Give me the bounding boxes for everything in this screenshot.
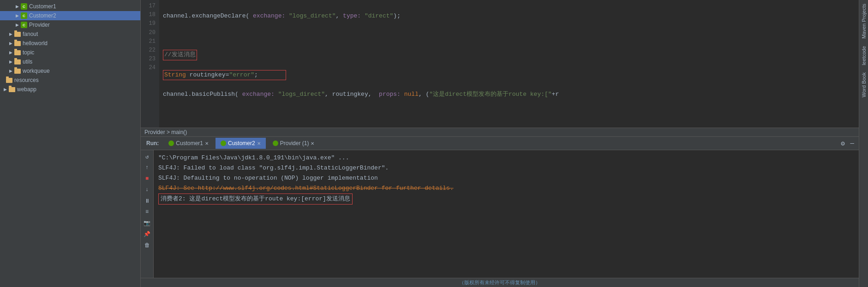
console-text: SLF4J: Failed to load class "org.slf4j.i… — [158, 163, 389, 173]
pin-button[interactable]: 📌 — [143, 229, 152, 239]
camera-button[interactable]: 📷 — [143, 218, 152, 228]
breadcrumb-bar: Provider > main() — [141, 128, 859, 136]
console-text-strikethrough: SLF4J: See http://www.slf4j.org/codes.ht… — [158, 183, 454, 193]
console-line-2: SLF4J: Failed to load class "org.slf4j.i… — [158, 163, 854, 173]
sidebar-item-label: webapp — [17, 86, 36, 93]
folder-icon — [14, 30, 21, 38]
arrow-icon: ▶ — [14, 3, 20, 10]
class-icon: C — [20, 3, 28, 10]
console-line-5: 消费者2: 这是direct模型发布的基于route key:[error]发送… — [158, 193, 854, 205]
minimize-icon[interactable]: — — [848, 140, 857, 147]
trash-button[interactable]: 🗑 — [143, 240, 152, 250]
arrow-icon: ▶ — [7, 49, 14, 56]
console-line-4: SLF4J: See http://www.slf4j.org/codes.ht… — [158, 183, 854, 193]
console-line-1: "C:\Program Files\Java\jdk1.8.0_191\bin\… — [158, 153, 854, 163]
sidebar-item-provider[interactable]: ▶ C Provider — [0, 20, 140, 29]
run-tabs: Run: Customer1 ✕ Customer2 ✕ Provider (1… — [141, 136, 859, 150]
tab-label: Customer1 — [176, 140, 203, 146]
console-text: 消费者2: 这是direct模型发布的基于route key:[error]发送… — [161, 195, 350, 202]
sidebar-item-workqueue[interactable]: ▶ workqueue — [0, 66, 140, 76]
leetcode-panel-label[interactable]: leetcode — [860, 42, 868, 69]
tab-customer1[interactable]: Customer1 ✕ — [163, 138, 214, 149]
console-text: "C:\Program Files\Java\jdk1.8.0_191\bin\… — [158, 153, 349, 163]
folder-icon — [6, 76, 13, 84]
line-numbers: 17 18 19 20 21 22 23 24 — [141, 0, 159, 128]
run-label: Run: — [143, 138, 162, 148]
sidebar-item-label: helloworld — [23, 40, 48, 47]
sidebar-item-label: fanout — [23, 31, 38, 37]
sidebar-item-utils[interactable]: ▶ utils — [0, 57, 140, 66]
right-panel: Maven Projects leetcode Word Book — [859, 0, 868, 287]
main-layout: ▶ C Customer1 ▶ C Customer2 ▶ C Provider… — [0, 0, 868, 287]
tab-run-icon — [221, 141, 226, 146]
class-icon: C — [20, 21, 28, 29]
folder-icon — [8, 86, 16, 93]
editor-area: 17 18 19 20 21 22 23 24 channel.exchange… — [141, 0, 859, 287]
tab-provider[interactable]: Provider (1) ✕ — [268, 138, 320, 149]
tab-label: Provider (1) — [280, 140, 309, 146]
console-line-3: SLF4J: Defaulting to no-operation (NOP) … — [158, 173, 854, 183]
word-book-panel-label[interactable]: Word Book — [860, 69, 868, 101]
sidebar-item-topic[interactable]: ▶ topic — [0, 48, 140, 57]
arrow-icon: ▶ — [7, 40, 14, 47]
scroll-down-button[interactable]: ↓ — [143, 185, 152, 194]
folder-icon — [14, 49, 21, 56]
console-highlighted: 消费者2: 这是direct模型发布的基于route key:[error]发送… — [158, 193, 353, 205]
code-editor: 17 18 19 20 21 22 23 24 channel.exchange… — [141, 0, 859, 128]
code-content: channel.exchangeDeclare( exchange: "logs… — [159, 0, 859, 128]
tab-run-icon — [273, 141, 278, 146]
arrow-icon: ▶ — [2, 86, 8, 93]
tab-customer2[interactable]: Customer2 ✕ — [216, 138, 266, 149]
arrow-icon: ▶ — [14, 22, 20, 28]
tab-close-icon[interactable]: ✕ — [205, 141, 209, 146]
tab-label: Customer2 — [228, 140, 255, 146]
sidebar-item-fanout[interactable]: ▶ fanout — [0, 29, 140, 39]
sidebar-item-customer1[interactable]: ▶ C Customer1 — [0, 2, 140, 11]
stop-button[interactable]: ■ — [143, 174, 152, 183]
arrow-icon: ▶ — [7, 68, 14, 74]
class-icon: C — [20, 12, 28, 19]
arrow-icon: ▶ — [7, 59, 14, 65]
wrap-button[interactable]: ≡ — [143, 207, 152, 217]
tab-run-icon — [168, 141, 174, 146]
sidebar-item-label: Provider — [29, 22, 50, 28]
tab-close-icon[interactable]: ✕ — [257, 141, 261, 146]
sidebar-item-webapp[interactable]: ▶ webapp — [0, 85, 140, 94]
sidebar-item-label: Customer1 — [29, 3, 56, 10]
console-text: SLF4J: Defaulting to no-operation (NOP) … — [158, 173, 378, 183]
restart-button[interactable]: ↺ — [143, 152, 152, 161]
sidebar-item-resources[interactable]: resources — [0, 76, 140, 85]
bottom-bar: （版权所有未经许可不得复制使用） — [141, 278, 859, 287]
arrow-icon: ▶ — [7, 31, 14, 37]
folder-icon — [14, 67, 21, 75]
tab-close-icon[interactable]: ✕ — [311, 141, 314, 146]
console-toolbar: ↺ ↑ ■ ↓ ⏸ ≡ 📷 📌 🗑 — [141, 150, 154, 278]
arrow-icon — [2, 77, 6, 83]
sidebar-item-label: Customer2 — [29, 12, 56, 19]
pause-button[interactable]: ⏸ — [143, 196, 152, 205]
sidebar-item-label: topic — [23, 49, 34, 56]
scroll-up-button[interactable]: ↑ — [143, 163, 152, 172]
sidebar-item-label: resources — [14, 77, 39, 83]
sidebar-item-label: utils — [23, 59, 32, 65]
arrow-icon: ▶ — [14, 12, 20, 19]
console-output: "C:\Program Files\Java\jdk1.8.0_191\bin\… — [154, 150, 859, 278]
sidebar: ▶ C Customer1 ▶ C Customer2 ▶ C Provider… — [0, 0, 141, 287]
breadcrumb: Provider > main() — [144, 129, 187, 135]
bottom-bar-text: （版权所有未经许可不得复制使用） — [459, 279, 540, 286]
console-area: ↺ ↑ ■ ↓ ⏸ ≡ 📷 📌 🗑 "C:\Program Files\Java… — [141, 150, 859, 278]
settings-icon[interactable]: ⚙ — [838, 140, 847, 147]
folder-icon — [14, 58, 21, 65]
sidebar-item-customer2[interactable]: ▶ C Customer2 — [0, 11, 140, 20]
sidebar-item-helloworld[interactable]: ▶ helloworld — [0, 39, 140, 48]
maven-panel-label[interactable]: Maven Projects — [860, 0, 868, 42]
sidebar-item-label: workqueue — [23, 68, 50, 74]
folder-icon — [14, 40, 21, 47]
